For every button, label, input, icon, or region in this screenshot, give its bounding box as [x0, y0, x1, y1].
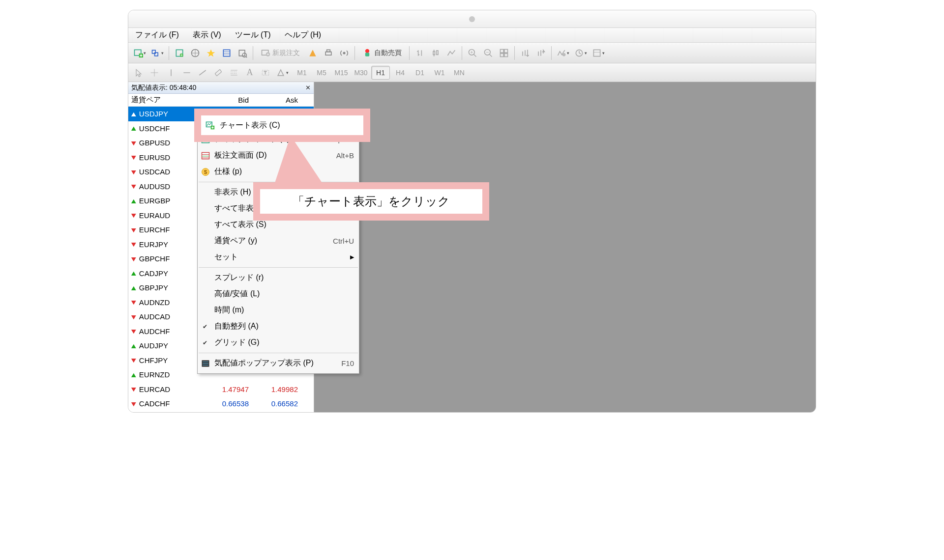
- arrow-down-icon: ▼: [130, 182, 138, 190]
- svg-line-39: [474, 54, 476, 56]
- menu-help[interactable]: ヘルプ (H): [281, 28, 325, 42]
- ctx-item-14[interactable]: ✔自動整列 (A): [198, 318, 359, 335]
- arrow-down-icon: ▼: [130, 139, 138, 147]
- check-icon: ✔: [203, 339, 207, 346]
- new-chart-button[interactable]: ▾: [131, 46, 148, 60]
- symbol-label: CADJPY: [139, 269, 168, 278]
- svg-rect-26: [327, 50, 330, 52]
- signals-button[interactable]: [337, 46, 352, 60]
- menu-file[interactable]: ファイル (F): [131, 28, 183, 42]
- cursor-button[interactable]: [131, 65, 146, 80]
- timeframe-h4[interactable]: H4: [391, 66, 410, 80]
- svg-line-57: [579, 53, 581, 54]
- equidistant-button[interactable]: [211, 65, 226, 80]
- print-button[interactable]: [321, 46, 336, 60]
- arrow-up-icon: ▲: [130, 342, 138, 350]
- toolbar-main: ▾ ▾ 新規注文 自動売買 ▾ ▾ ▾: [128, 43, 816, 63]
- menu-view[interactable]: 表示 (V): [189, 28, 225, 42]
- ctx-item-13[interactable]: 時間 (m): [198, 302, 359, 318]
- chart-add-icon: [201, 118, 210, 128]
- ctx-item-label: チャート表示 (C): [214, 118, 275, 128]
- svg-point-27: [343, 52, 346, 54]
- arrow-up-icon: ▲: [130, 124, 138, 132]
- text-label-button[interactable]: T: [258, 65, 273, 80]
- symbol-row-cadchf[interactable]: ▼CADCHF0.665380.66582: [128, 396, 314, 411]
- arrow-down-icon: ▼: [130, 327, 138, 335]
- metaquotes-button[interactable]: [305, 46, 320, 60]
- arrow-down-icon: ▼: [130, 385, 138, 393]
- app-window: ファイル (F) 表示 (V) ツール (T) ヘルプ (H) ▾ ▾ 新規注文…: [128, 10, 816, 413]
- svg-rect-58: [593, 50, 600, 56]
- symbol-row-eurcad[interactable]: ▼EURCAD1.479471.49982: [128, 382, 314, 397]
- ctx-item-9[interactable]: セット▶: [198, 249, 359, 265]
- candle-chart-button[interactable]: [428, 46, 443, 60]
- ctx-item-label: 気配値ポップアップ表示 (P): [214, 358, 314, 368]
- line-chart-button[interactable]: [444, 46, 459, 60]
- auto-scroll-button[interactable]: [533, 46, 548, 60]
- market-watch-button[interactable]: [172, 46, 187, 60]
- window-drag-handle[interactable]: [469, 16, 475, 22]
- indicators-button[interactable]: ▾: [555, 46, 571, 60]
- timeframe-m5[interactable]: M5: [312, 66, 331, 80]
- svg-text:T: T: [264, 70, 267, 75]
- timeframe-h1[interactable]: H1: [371, 66, 390, 80]
- col-symbol[interactable]: 通貨ペア: [128, 95, 205, 105]
- autotrade-button[interactable]: 自動売買: [358, 46, 406, 60]
- strategy-tester-button[interactable]: [235, 46, 250, 60]
- symbol-label: EURJPY: [139, 240, 168, 249]
- data-window-button[interactable]: [219, 46, 234, 60]
- timeframe-m1[interactable]: M1: [293, 66, 311, 80]
- col-ask[interactable]: Ask: [254, 96, 303, 104]
- ctx-item-label: セット: [214, 252, 238, 262]
- horizontal-line-button[interactable]: [179, 65, 194, 80]
- col-bid[interactable]: Bid: [205, 96, 254, 104]
- ctx-item-label: 高値/安値 (L): [214, 289, 260, 299]
- ctx-item-17[interactable]: 気配値ポップアップ表示 (P)F10: [198, 355, 359, 371]
- svg-rect-34: [433, 51, 435, 55]
- timeframe-m30[interactable]: M30: [352, 66, 370, 80]
- templates-button[interactable]: ▾: [590, 46, 607, 60]
- fibonacci-button[interactable]: [227, 65, 241, 80]
- arrow-down-icon: ▼: [130, 226, 138, 234]
- arrow-down-icon: ▼: [130, 240, 138, 248]
- ctx-item-8[interactable]: 通貨ペア (y)Ctrl+U: [198, 233, 359, 249]
- svg-rect-82: [202, 152, 209, 159]
- shift-end-button[interactable]: [518, 46, 532, 60]
- svg-marker-60: [136, 69, 141, 77]
- timeframe-m15[interactable]: M15: [332, 66, 351, 80]
- profiles-button[interactable]: ▾: [149, 46, 166, 60]
- ctx-item-11[interactable]: スプレッド (r): [198, 270, 359, 286]
- svg-rect-48: [504, 53, 508, 56]
- shapes-button[interactable]: ▾: [274, 65, 291, 80]
- market-watch-close-button[interactable]: ✕: [304, 84, 312, 92]
- callout-box: 「チャート表示」をクリック: [253, 182, 489, 221]
- text-button[interactable]: A: [242, 65, 257, 80]
- crosshair-button[interactable]: [147, 65, 162, 80]
- ctx-item-label: 仕様 (p): [214, 167, 242, 177]
- ctx-item-12[interactable]: 高値/安値 (L): [198, 286, 359, 302]
- svg-rect-29: [365, 53, 369, 56]
- ctx-item-label: すべて表示 (S): [214, 220, 266, 230]
- tile-windows-button[interactable]: [497, 46, 511, 60]
- timeframe-w1[interactable]: W1: [430, 66, 449, 80]
- navigator-button[interactable]: [188, 46, 203, 60]
- svg-rect-14: [223, 50, 230, 56]
- favorites-button[interactable]: [204, 46, 218, 60]
- svg-line-43: [490, 54, 492, 56]
- trendline-button[interactable]: [195, 65, 210, 80]
- arrow-down-icon: ▼: [130, 168, 138, 176]
- vertical-line-button[interactable]: [164, 65, 178, 80]
- symbol-label: GBPCHF: [139, 254, 170, 263]
- ctx-item-0[interactable]: チャート表示 (C): [198, 115, 359, 131]
- timeframe-d1[interactable]: D1: [411, 66, 429, 80]
- new-order-button[interactable]: 新規注文: [256, 46, 304, 60]
- svg-rect-25: [325, 52, 331, 55]
- zoom-in-button[interactable]: [465, 46, 480, 60]
- zoom-out-button[interactable]: [481, 46, 496, 60]
- ctx-shortcut: Alt+B: [336, 151, 354, 160]
- periods-button[interactable]: ▾: [572, 46, 589, 60]
- menu-tools[interactable]: ツール (T): [231, 28, 275, 42]
- ctx-item-15[interactable]: ✔グリッド (G): [198, 335, 359, 351]
- bar-chart-button[interactable]: [413, 46, 427, 60]
- timeframe-mn[interactable]: MN: [450, 66, 469, 80]
